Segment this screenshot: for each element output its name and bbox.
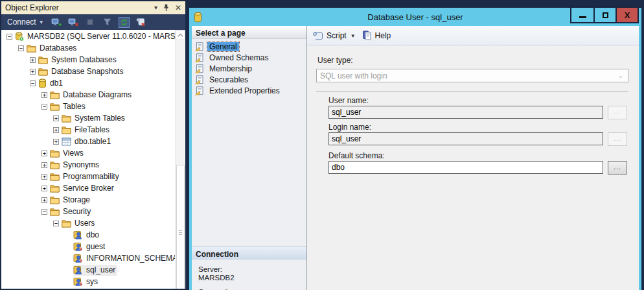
user-type-label: User type: xyxy=(317,56,353,65)
page-item[interactable]: Securables xyxy=(192,74,306,85)
connect-label: Connect xyxy=(7,18,36,27)
folder-icon xyxy=(50,103,60,111)
user-name-field[interactable] xyxy=(328,106,603,119)
tree-item[interactable]: db1 xyxy=(1,77,175,89)
tree-item[interactable]: Database Snapshots xyxy=(1,66,175,77)
scrollbar-thumb[interactable] xyxy=(176,165,185,289)
close-button[interactable]: X xyxy=(615,8,638,22)
script-status-button[interactable] xyxy=(135,16,147,29)
scrollbar-grip-icon xyxy=(179,230,182,236)
refresh-button[interactable] xyxy=(118,16,130,29)
dialog-titlebar[interactable]: Database User - sql_user X xyxy=(192,8,639,26)
page-icon xyxy=(195,64,205,73)
tree-item[interactable]: MARSDB2 (SQL Server 11.0.6020 - MARSD xyxy=(1,30,175,42)
server-value: MARSDB2 xyxy=(198,274,306,282)
close-icon: X xyxy=(625,10,630,20)
tree-item[interactable]: Views xyxy=(1,147,175,159)
tree-item[interactable]: Storage xyxy=(1,194,175,206)
folder-icon xyxy=(62,219,71,228)
connect-button[interactable]: Connect ▼ xyxy=(5,16,46,28)
user-name-browse-button[interactable]: ... xyxy=(608,106,627,119)
expand-icon[interactable] xyxy=(53,139,59,145)
connection-panel: Connection Server: MARSDB2 Connection: xyxy=(192,247,306,290)
close-icon[interactable]: ✕ xyxy=(175,5,181,11)
tree-item[interactable]: Programmability xyxy=(1,171,175,182)
collapse-icon[interactable] xyxy=(18,45,24,51)
disconnect-server-button[interactable] xyxy=(67,16,80,29)
server-label: Server: xyxy=(198,265,306,274)
page-item[interactable]: Membership xyxy=(192,63,306,74)
tree-item[interactable]: System Databases xyxy=(1,54,175,66)
window-position-menu-icon[interactable]: ▾ xyxy=(154,5,157,11)
login-name-browse-button[interactable]: ... xyxy=(608,132,627,146)
tree-item[interactable]: dbo xyxy=(1,229,175,241)
expand-icon[interactable] xyxy=(41,151,47,156)
window-buttons: X xyxy=(570,6,639,23)
tree-scrollbar[interactable] xyxy=(175,30,185,289)
default-schema-browse-button[interactable]: ... xyxy=(608,161,627,175)
tree-item[interactable]: sql_user xyxy=(1,264,175,276)
tree-item-label: Views xyxy=(62,149,84,158)
collapse-icon[interactable] xyxy=(41,209,47,215)
login-name-field[interactable] xyxy=(328,132,603,145)
stop-icon xyxy=(87,19,93,25)
add-connection-icon xyxy=(51,18,62,27)
tree-item[interactable]: Tables xyxy=(1,101,175,112)
tree-item[interactable]: Users xyxy=(1,217,175,229)
stop-button[interactable] xyxy=(84,16,97,29)
collapse-icon[interactable] xyxy=(41,104,47,110)
tree-item-label: Storage xyxy=(62,195,90,204)
expand-icon[interactable] xyxy=(41,92,47,98)
connect-server-button[interactable] xyxy=(51,16,63,29)
tree-item[interactable]: Service Broker xyxy=(1,182,175,194)
minimize-button[interactable] xyxy=(571,8,593,22)
expand-icon[interactable] xyxy=(30,57,36,63)
folder-icon xyxy=(50,91,60,99)
table-icon xyxy=(62,138,71,146)
help-book-icon xyxy=(362,30,372,40)
tree-item[interactable]: guest xyxy=(1,241,175,252)
page-item[interactable]: Extended Properties xyxy=(192,85,306,96)
user-type-combobox[interactable]: SQL user with login ⌄ xyxy=(316,69,628,82)
tree-item[interactable]: Database Diagrams xyxy=(1,89,175,101)
tree-item[interactable]: Security xyxy=(1,206,175,217)
expand-icon[interactable] xyxy=(41,186,47,191)
page-item[interactable]: General xyxy=(192,41,306,52)
help-button[interactable]: Help xyxy=(375,31,391,40)
tree-item-label: guest xyxy=(86,242,105,251)
collapse-icon[interactable] xyxy=(53,221,59,226)
tree-item[interactable]: Databases xyxy=(1,42,175,54)
collapse-icon[interactable] xyxy=(30,80,36,86)
tree-item-label: INFORMATION_SCHEMA xyxy=(86,254,175,263)
tree-item-label: Programmability xyxy=(62,172,119,181)
tree-item[interactable]: FileTables xyxy=(1,124,175,136)
folder-icon xyxy=(50,149,60,158)
expand-icon[interactable] xyxy=(41,162,47,168)
script-button[interactable]: Script xyxy=(327,31,347,40)
expand-icon[interactable] xyxy=(30,69,36,75)
collapse-icon[interactable] xyxy=(6,34,12,40)
filter-icon xyxy=(103,18,111,26)
filter-button[interactable] xyxy=(101,16,113,29)
expand-icon[interactable] xyxy=(53,127,59,133)
pin-icon[interactable] xyxy=(163,4,169,12)
expand-icon[interactable] xyxy=(41,174,47,180)
page-item[interactable]: Owned Schemas xyxy=(192,52,306,63)
page-item-label: Extended Properties xyxy=(207,86,282,95)
default-schema-field[interactable] xyxy=(328,161,603,174)
maximize-button[interactable] xyxy=(593,8,615,22)
scroll-up-arrow-icon[interactable] xyxy=(176,30,185,40)
expand-icon[interactable] xyxy=(41,197,47,203)
tree-item[interactable]: System Tables xyxy=(1,112,175,124)
tree-item[interactable]: dbo.table1 xyxy=(1,136,175,147)
tree-item-label: dbo.table1 xyxy=(74,137,111,146)
tree-item[interactable]: Synonyms xyxy=(1,159,175,171)
expand-icon[interactable] xyxy=(53,115,59,121)
tree-item[interactable]: sys xyxy=(1,276,175,287)
page-icon xyxy=(195,53,205,62)
chevron-down-icon[interactable]: ▼ xyxy=(351,33,356,39)
page-icon xyxy=(195,86,205,95)
tree-item[interactable]: INFORMATION_SCHEMA xyxy=(1,252,175,264)
user-disabled-icon xyxy=(73,242,83,251)
object-explorer-tree: MARSDB2 (SQL Server 11.0.6020 - MARSDDat… xyxy=(1,30,185,289)
